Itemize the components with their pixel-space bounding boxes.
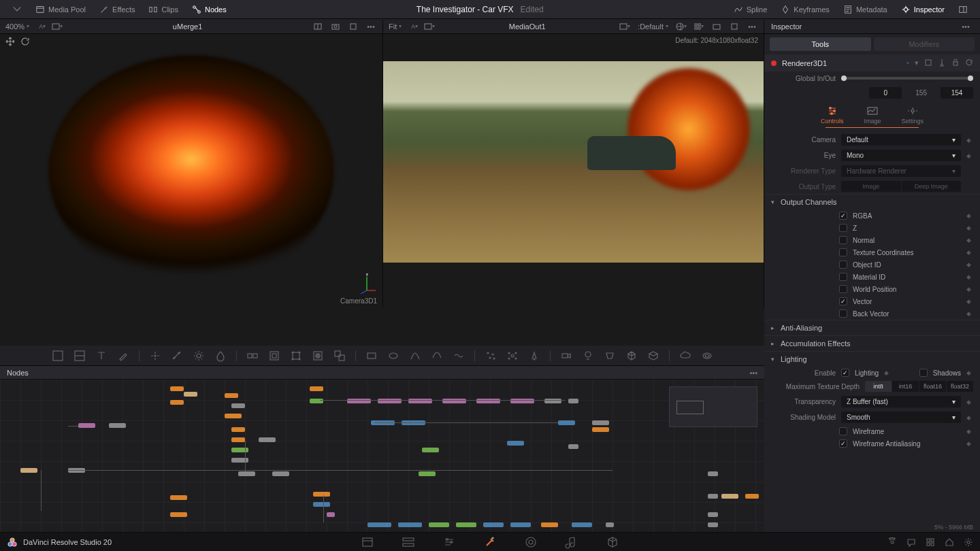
node[interactable]	[310, 386, 323, 391]
global-slider[interactable]	[841, 77, 973, 80]
keyframe-diamond[interactable]: ◆	[966, 261, 973, 268]
keyframe-diamond[interactable]: ◆	[966, 237, 973, 244]
background-tool-icon[interactable]	[52, 350, 64, 362]
ellipse-tool-icon[interactable]	[387, 350, 399, 362]
section-lighting[interactable]: ▾Lighting	[764, 351, 980, 367]
nodes-more-icon[interactable]: •••	[749, 369, 757, 377]
keyframe-diamond[interactable]: ◆	[966, 310, 973, 317]
color-page-icon[interactable]	[524, 535, 538, 549]
rectangle-tool-icon[interactable]	[365, 350, 378, 362]
render3d-tool-icon[interactable]	[647, 350, 659, 362]
image-tab[interactable]: Image	[864, 106, 881, 124]
keyframe-diamond[interactable]: ◆	[966, 212, 973, 219]
axis-gizmo[interactable]: Y	[357, 273, 377, 294]
volume-tool-icon[interactable]	[701, 350, 713, 362]
node[interactable]	[313, 502, 330, 507]
tex-opt-float32[interactable]: float32	[947, 381, 973, 392]
channel-check-normal[interactable]	[839, 236, 847, 244]
snapshot-icon[interactable]	[328, 20, 343, 33]
node[interactable]	[398, 522, 422, 527]
channel-check-z[interactable]	[839, 224, 847, 232]
tab-effects[interactable]: Effects	[93, 0, 142, 18]
node[interactable]	[721, 494, 738, 499]
node[interactable]	[368, 522, 391, 527]
resize-tool-icon[interactable]	[333, 350, 346, 362]
controls-tab[interactable]: Controls	[821, 106, 844, 124]
node[interactable]	[708, 471, 718, 476]
inspector-tab-modifiers[interactable]: Modifiers	[874, 37, 975, 51]
node[interactable]	[422, 448, 439, 452]
settings-icon[interactable]	[964, 537, 973, 547]
wireframe-check[interactable]	[839, 427, 847, 435]
inspector-more-icon[interactable]: •••	[958, 20, 973, 33]
chat-icon[interactable]	[906, 537, 916, 547]
bspline-tool-icon[interactable]	[431, 350, 443, 362]
tab-spline[interactable]: Spline	[727, 0, 774, 18]
imageplane-tool-icon[interactable]	[604, 350, 616, 362]
node[interactable]	[429, 522, 449, 527]
fit-dropdown[interactable]: Fit▾	[383, 22, 407, 31]
node[interactable]	[510, 522, 531, 527]
fusion-page-icon[interactable]	[483, 535, 497, 549]
node[interactable]	[592, 420, 609, 425]
lighting-enable-check[interactable]	[841, 369, 849, 377]
versions-icon[interactable]: ◦	[906, 59, 909, 67]
grid-icon[interactable]: ▾	[691, 20, 706, 33]
keyframe-diamond[interactable]: ◆	[966, 249, 973, 256]
brightness-tool-icon[interactable]	[193, 350, 205, 362]
node[interactable]	[259, 437, 276, 442]
node[interactable]	[558, 420, 575, 425]
keyframe-diamond[interactable]: ◆	[884, 369, 891, 376]
node[interactable]	[708, 522, 718, 527]
home-icon[interactable]	[945, 537, 954, 547]
node[interactable]	[483, 522, 504, 527]
more-icon[interactable]: •••	[363, 20, 378, 33]
text-tool-icon[interactable]	[95, 350, 108, 362]
remote-icon[interactable]	[887, 537, 897, 547]
snapshot2-icon[interactable]	[709, 20, 724, 33]
channel-check-back-vector[interactable]	[839, 310, 847, 318]
node[interactable]	[507, 441, 524, 446]
node[interactable]	[541, 522, 558, 527]
node[interactable]	[225, 414, 242, 418]
globe-icon[interactable]: ▾	[674, 20, 689, 33]
channel-icon[interactable]: ▾	[617, 20, 632, 33]
channel-check-object-id[interactable]	[839, 261, 847, 269]
keyframe-diamond[interactable]: ◆	[966, 273, 973, 280]
node[interactable]	[568, 444, 578, 449]
viewer-right[interactable]: Default: 2048x1080xfloat32	[383, 34, 764, 307]
chevron-down-icon[interactable]: ▾	[915, 59, 919, 67]
tex-opt-float16[interactable]: float16	[919, 381, 946, 392]
node[interactable]	[109, 423, 126, 428]
node[interactable]	[170, 386, 184, 391]
layout-a2-icon[interactable]: A▾	[407, 20, 422, 33]
inspector-tab-tools[interactable]: Tools	[770, 37, 871, 51]
keyframe-diamond[interactable]: ◆	[966, 137, 973, 144]
tex-opt-int8[interactable]: int8	[865, 381, 892, 392]
node[interactable]	[225, 393, 238, 398]
node[interactable]	[313, 492, 330, 497]
media-page-icon[interactable]	[361, 535, 374, 549]
layout-icon[interactable]	[951, 0, 975, 18]
more2-icon[interactable]: •••	[745, 20, 760, 33]
lock-icon[interactable]	[951, 59, 960, 67]
fairlight-page-icon[interactable]	[565, 535, 578, 549]
transparency-select[interactable]: Z Buffer (fast)▾	[841, 396, 961, 407]
pRender-tool-icon[interactable]	[528, 350, 540, 362]
tab-keyframes[interactable]: Keyframes	[774, 0, 836, 18]
pin-icon[interactable]	[938, 59, 946, 67]
keyframe-diamond[interactable]: ◆	[966, 152, 973, 159]
node[interactable]	[572, 522, 592, 527]
keyframe-diamond[interactable]: ◆	[966, 286, 973, 293]
tab-nodes[interactable]: Nodes	[185, 0, 233, 18]
mask-tool-icon[interactable]	[312, 350, 324, 362]
camera-select[interactable]: Default▾	[841, 134, 961, 146]
node[interactable]	[606, 522, 614, 527]
view-mode2-icon[interactable]: ▾	[422, 20, 437, 33]
node[interactable]	[184, 392, 197, 397]
pEmitter-tool-icon[interactable]	[506, 350, 519, 362]
channel-check-world-position[interactable]	[839, 285, 847, 293]
node[interactable]	[170, 495, 187, 500]
merge-tool-icon[interactable]	[246, 350, 259, 362]
node[interactable]	[238, 471, 255, 476]
